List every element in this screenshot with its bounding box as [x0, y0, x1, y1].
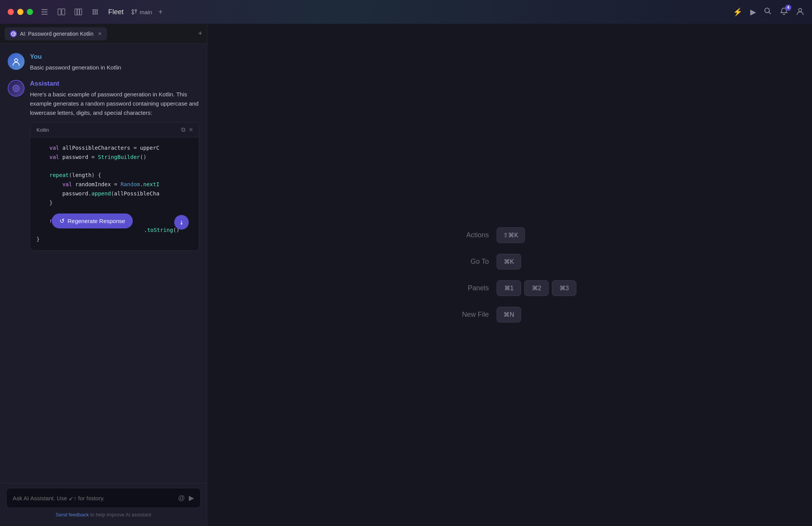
svg-point-23 — [15, 59, 18, 62]
svg-rect-4 — [62, 9, 65, 15]
svg-point-17 — [132, 10, 134, 11]
input-area: @ ▶ Send feedback to help improve AI ass… — [0, 483, 207, 526]
titlebar: Fleet main + ⚡ ▶ 4 — [0, 0, 812, 24]
user-message-content: You Basic password generation in Kotlin — [30, 53, 199, 72]
shortcuts-overlay: Actions ⇧⌘K Go To ⌘K Panels ⌘1 ⌘2 ⌘3 — [443, 227, 576, 323]
copy-code-icon[interactable]: ⧉ — [181, 126, 185, 133]
panels-label: Panels — [443, 284, 489, 292]
panels-kbd-2: ⌘2 — [524, 280, 549, 296]
svg-point-20 — [765, 8, 769, 13]
user-author-label: You — [30, 53, 199, 61]
assistant-message-text: Here's a basic example of password gener… — [30, 90, 199, 117]
code-line: } — [36, 198, 193, 208]
code-line — [36, 162, 193, 171]
svg-rect-0 — [41, 9, 48, 10]
grid-icon[interactable] — [90, 7, 101, 17]
chat-area[interactable]: You Basic password generation in Kotlin … — [0, 44, 207, 483]
shortcut-row-actions: Actions ⇧⌘K — [443, 227, 525, 243]
tab-bar: AI: Password generation Kotlin ✕ + — [0, 24, 207, 44]
user-avatar — [8, 53, 25, 70]
input-box: @ ▶ — [6, 488, 201, 508]
split-view-icon[interactable] — [73, 7, 84, 17]
feedback-row: Send feedback to help improve AI assista… — [6, 508, 201, 521]
code-block: Kotlin ⧉ ≡ val allPossibleCharacters = u… — [30, 122, 199, 251]
assistant-message-content: Assistant Here's a basic example of pass… — [30, 80, 199, 251]
shortcut-row-goto: Go To ⌘K — [443, 254, 521, 270]
ai-tab-icon — [10, 30, 17, 37]
code-line: val allPossibleCharacters = upperC — [36, 144, 193, 153]
user-message-text: Basic password generation in Kotlin — [30, 63, 199, 72]
code-line: } — [36, 235, 193, 244]
at-mention-button[interactable]: @ — [178, 494, 185, 502]
newfile-kbd-1: ⌘N — [497, 307, 521, 323]
code-options-icon[interactable]: ≡ — [189, 126, 193, 133]
code-line: re ↺ Regenerate Response .toString() ↓ — [36, 217, 193, 235]
send-button[interactable]: ▶ — [189, 494, 194, 502]
traffic-lights — [8, 9, 33, 15]
actions-kbd-1: ⇧⌘K — [497, 227, 525, 243]
regenerate-response-button[interactable]: ↺ Regenerate Response — [52, 213, 133, 228]
ai-input[interactable] — [13, 495, 174, 501]
scroll-down-button[interactable]: ↓ — [174, 215, 189, 230]
notification-count: 4 — [785, 5, 791, 11]
notifications-icon[interactable]: 4 — [780, 7, 788, 17]
svg-point-26 — [16, 88, 17, 89]
lightning-icon[interactable]: ⚡ — [733, 7, 743, 17]
ai-tab-label: AI: Password generation Kotlin — [20, 31, 93, 37]
actions-label: Actions — [443, 231, 489, 239]
svg-point-15 — [94, 13, 96, 15]
svg-rect-2 — [41, 14, 48, 15]
branch-icon — [131, 9, 137, 15]
svg-point-10 — [96, 9, 98, 11]
add-tab-button[interactable]: + — [158, 8, 163, 17]
goto-keys: ⌘K — [497, 254, 521, 270]
code-actions: ⧉ ≡ — [181, 126, 193, 133]
svg-rect-3 — [58, 9, 61, 15]
assistant-message: Assistant Here's a basic example of pass… — [8, 80, 199, 251]
maximize-button[interactable] — [27, 9, 33, 15]
code-block-header: Kotlin ⧉ ≡ — [30, 122, 199, 137]
svg-rect-5 — [75, 9, 77, 15]
newfile-label: New File — [443, 311, 489, 319]
svg-point-16 — [96, 13, 98, 15]
panels-kbd-3: ⌘3 — [552, 280, 576, 296]
shortcut-row-newfile: New File ⌘N — [443, 307, 521, 323]
app-logo: Fleet — [108, 8, 124, 16]
code-line: val password = StringBuilder() — [36, 153, 193, 162]
profile-icon[interactable] — [796, 7, 804, 17]
svg-rect-6 — [78, 9, 79, 15]
regenerate-label: Regenerate Response — [68, 218, 125, 224]
svg-point-8 — [92, 9, 94, 11]
goto-label: Go To — [443, 258, 489, 266]
code-content: val allPossibleCharacters = upperC val p… — [30, 137, 199, 250]
panels-keys: ⌘1 ⌘2 ⌘3 — [497, 280, 576, 296]
main-container: AI: Password generation Kotlin ✕ + You B… — [0, 24, 812, 526]
play-icon[interactable]: ▶ — [750, 7, 756, 17]
minimize-button[interactable] — [17, 9, 23, 15]
actions-keys: ⇧⌘K — [497, 227, 525, 243]
svg-rect-1 — [41, 12, 48, 12]
search-icon[interactable] — [764, 7, 772, 17]
feedback-suffix: to help improve AI assistant — [90, 512, 151, 518]
new-tab-button[interactable]: + — [198, 30, 202, 38]
svg-point-12 — [94, 11, 96, 13]
branch-info[interactable]: main — [131, 9, 152, 15]
ai-panel: AI: Password generation Kotlin ✕ + You B… — [0, 24, 207, 526]
regenerate-icon: ↺ — [59, 217, 64, 225]
editor-panel: Actions ⇧⌘K Go To ⌘K Panels ⌘1 ⌘2 ⌘3 — [207, 24, 812, 526]
code-line: password.append(allPossibleCha — [36, 189, 193, 198]
ai-tab[interactable]: AI: Password generation Kotlin ✕ — [5, 27, 107, 40]
svg-point-11 — [92, 11, 94, 13]
tab-close-icon[interactable]: ✕ — [98, 31, 102, 36]
editor-layout-icon[interactable] — [56, 7, 67, 17]
sidebar-toggle-icon[interactable] — [39, 7, 50, 17]
titlebar-right-actions: ⚡ ▶ 4 — [733, 7, 804, 17]
newfile-keys: ⌘N — [497, 307, 521, 323]
assistant-author-label: Assistant — [30, 80, 199, 88]
shortcut-row-panels: Panels ⌘1 ⌘2 ⌘3 — [443, 280, 576, 296]
feedback-link[interactable]: Send feedback — [56, 512, 89, 518]
goto-kbd-1: ⌘K — [497, 254, 521, 270]
svg-point-21 — [799, 8, 802, 12]
close-button[interactable] — [8, 9, 14, 15]
svg-rect-7 — [80, 9, 82, 15]
